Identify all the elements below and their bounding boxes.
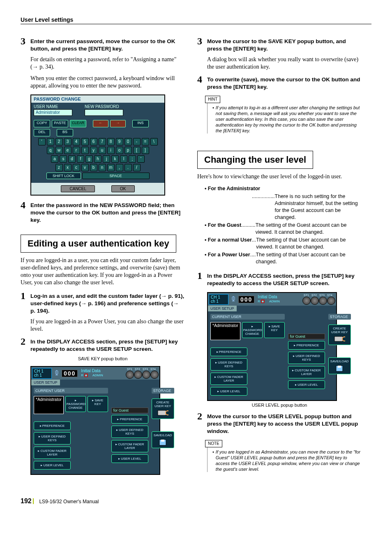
key-n[interactable]: n: [99, 164, 106, 171]
step-title: In the DISPLAY ACCESS section, press the…: [30, 338, 185, 353]
key-5[interactable]: 5: [81, 138, 89, 145]
key-a[interactable]: a: [51, 155, 58, 163]
bs-button[interactable]: BS: [57, 129, 73, 136]
key-[[interactable]: [: [133, 147, 141, 154]
key-'[interactable]: ': [38, 138, 46, 145]
key-][interactable]: ]: [142, 147, 149, 154]
preference-guest-button[interactable]: ▸ PREFERENCE: [111, 415, 148, 424]
user-defined-keys-guest-button[interactable]: ▸ USER DEFINED KEYS: [288, 352, 325, 364]
user-defined-keys-button[interactable]: ▸ USER DEFINED KEYS: [210, 358, 247, 371]
key-k[interactable]: k: [111, 155, 119, 163]
cancel-button[interactable]: CANCEL: [61, 185, 95, 192]
space-button[interactable]: SPACE: [82, 173, 150, 179]
password-change-button[interactable]: ▸ PASSWORD CHANGE: [65, 396, 86, 412]
key-'[interactable]: ': [137, 155, 145, 163]
save-key-button[interactable]: ▸ SAVE KEY: [264, 322, 285, 338]
tab-user-setup[interactable]: USER SETUP: [208, 306, 238, 311]
key-0[interactable]: 0: [125, 138, 132, 145]
clear-button[interactable]: CLEAR: [70, 120, 86, 127]
save-key-button[interactable]: ▸ SAVE KEY: [88, 396, 108, 412]
ok-button[interactable]: OK: [111, 185, 134, 192]
key-6[interactable]: 6: [90, 138, 97, 145]
arrow-right-button[interactable]: →: [110, 120, 126, 127]
create-user-key-button[interactable]: CREATE USER KEY: [152, 398, 174, 419]
custom-fader-layer-button[interactable]: ▸ CUSTOM FADER LAYER: [210, 373, 247, 385]
key-p[interactable]: p: [125, 147, 132, 154]
key-b[interactable]: b: [90, 164, 97, 171]
new-password-field[interactable]: [85, 109, 123, 116]
key-d[interactable]: d: [68, 155, 76, 163]
password-change-button[interactable]: ▸ PASSWORD CHANGE: [242, 322, 263, 338]
key-j[interactable]: j: [103, 155, 110, 163]
save-load-button[interactable]: SAVE/LOAD: [152, 431, 174, 448]
key-x[interactable]: x: [64, 164, 71, 171]
section-title: Changing the user level: [204, 154, 306, 165]
for-guest-panel: for Guest ▸ PREFERENCE ▸ USER DEFINED KE…: [111, 388, 148, 472]
key-z[interactable]: z: [55, 164, 63, 171]
key-7[interactable]: 7: [99, 138, 106, 145]
key-q[interactable]: q: [47, 147, 54, 154]
key-2[interactable]: 2: [55, 138, 63, 145]
arrow-left-button[interactable]: ←: [93, 120, 108, 127]
user-defined-keys-guest-button[interactable]: ▸ USER DEFINED KEYS: [111, 426, 148, 438]
paste-button[interactable]: PASTE: [52, 120, 68, 127]
custom-fader-layer-button[interactable]: ▸ CUSTOM FADER LAYER: [34, 447, 71, 459]
user-name-field[interactable]: *Administrator: [210, 322, 240, 340]
setup-body: CURRENT USER *Administrator ▸ PASSWORD C…: [31, 385, 159, 474]
key-o[interactable]: o: [116, 147, 123, 154]
key-1[interactable]: 1: [47, 138, 54, 145]
key-v[interactable]: v: [81, 164, 89, 171]
key-;[interactable]: ;: [129, 155, 136, 163]
key-9[interactable]: 9: [116, 138, 123, 145]
key-8[interactable]: 8: [107, 138, 115, 145]
ins-button[interactable]: INS: [132, 120, 149, 127]
create-user-key-button[interactable]: CREATE USER KEY: [328, 325, 351, 345]
preference-button[interactable]: ▸ PREFERENCE: [210, 348, 247, 356]
copy-button[interactable]: COPY: [34, 120, 50, 127]
mic-icon: [53, 369, 60, 378]
key-f[interactable]: f: [77, 155, 84, 163]
key-u[interactable]: u: [99, 147, 106, 154]
key-\[interactable]: \: [150, 138, 158, 145]
user-defined-keys-button[interactable]: ▸ USER DEFINED KEYS: [34, 432, 71, 444]
key-i[interactable]: i: [107, 147, 115, 154]
bullet-dots: ..........: [241, 222, 256, 236]
key-y[interactable]: y: [90, 147, 97, 154]
channel-box: CH 1ch 1: [32, 368, 52, 379]
user-level-guest-button[interactable]: ▸ USER LEVEL: [111, 454, 148, 463]
key-c[interactable]: c: [73, 164, 80, 171]
key-m[interactable]: m: [107, 164, 115, 171]
key-r[interactable]: r: [73, 147, 80, 154]
key-t[interactable]: t: [81, 147, 89, 154]
key-.[interactable]: .: [125, 164, 132, 171]
key-e[interactable]: e: [64, 147, 71, 154]
knob-icon: [126, 371, 134, 379]
key-w[interactable]: w: [55, 147, 63, 154]
save-load-button[interactable]: SAVE/LOAD: [328, 357, 351, 374]
key-3[interactable]: 3: [64, 138, 71, 145]
preference-button[interactable]: ▸ PREFERENCE: [34, 421, 71, 430]
key--[interactable]: -: [133, 138, 141, 145]
key-/[interactable]: /: [133, 164, 141, 171]
step-body: A dialog box will ask whether you really…: [207, 56, 362, 71]
bullet-list: • For the Administrator ................…: [205, 185, 362, 265]
page-footer: 192 LS9-16/32 Owner's Manual: [21, 497, 371, 505]
user-level-button[interactable]: ▸ USER LEVEL: [34, 461, 71, 470]
user-level-guest-button[interactable]: ▸ USER LEVEL: [288, 380, 325, 389]
key-s[interactable]: s: [60, 155, 67, 163]
preference-guest-button[interactable]: ▸ PREFERENCE: [288, 341, 325, 350]
key-4[interactable]: 4: [73, 138, 80, 145]
custom-fader-layer-guest-button[interactable]: ▸ CUSTOM FADER LAYER: [111, 440, 148, 452]
kb-footer: CANCEL OK: [31, 183, 164, 195]
del-button[interactable]: DEL: [34, 129, 50, 136]
user-level-button[interactable]: ▸ USER LEVEL: [210, 387, 247, 396]
key-l[interactable]: l: [120, 155, 127, 163]
custom-fader-layer-guest-button[interactable]: ▸ CUSTOM FADER LAYER: [288, 366, 325, 378]
key-,[interactable]: ,: [116, 164, 123, 171]
tab-user-setup[interactable]: USER SETUP: [31, 380, 61, 385]
shift-lock-button[interactable]: SHIFT LOCK: [46, 173, 81, 179]
key-g[interactable]: g: [85, 155, 93, 163]
key-h[interactable]: h: [94, 155, 101, 163]
user-name-field[interactable]: *Administrator: [34, 396, 64, 414]
key-=[interactable]: =: [142, 138, 149, 145]
